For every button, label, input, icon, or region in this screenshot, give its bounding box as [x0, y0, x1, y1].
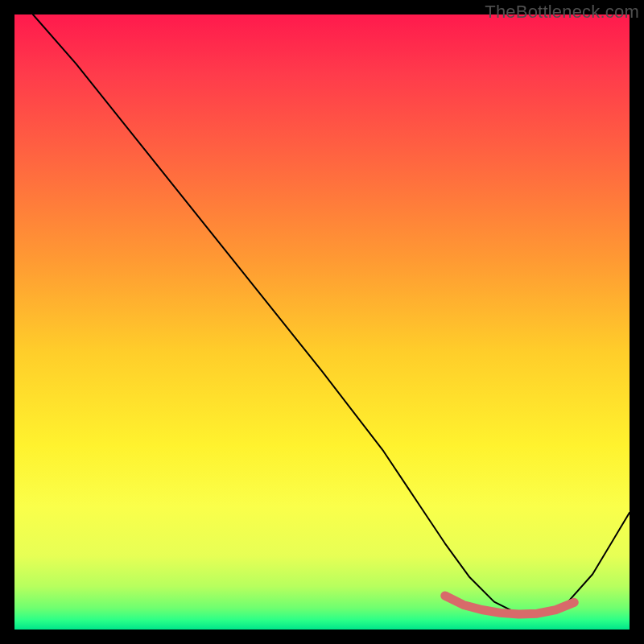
chart-svg	[14, 14, 630, 630]
gradient-background	[14, 14, 630, 630]
watermark-text: TheBottleneck.com	[485, 2, 639, 23]
chart-frame	[14, 14, 630, 630]
